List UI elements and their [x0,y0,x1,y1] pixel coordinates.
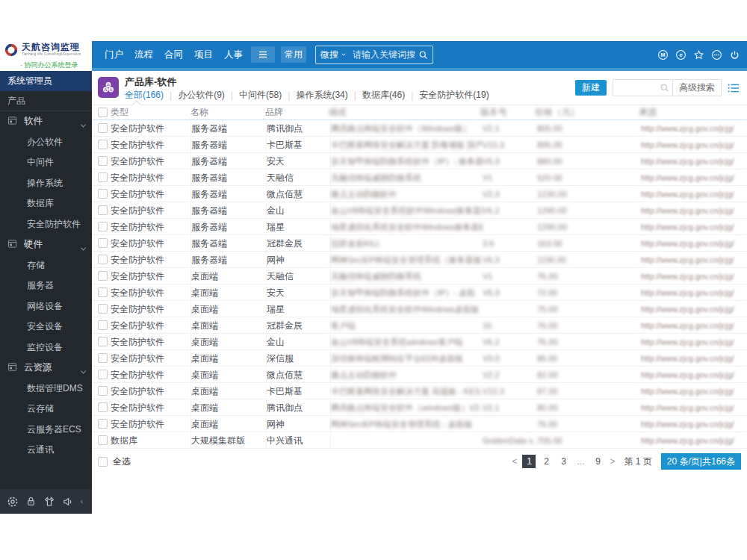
sidebar-group[interactable]: 硬件 [0,234,92,255]
table-row[interactable]: 安全防护软件桌面端安天安天智甲终端防御系统软件（IP）- 桌面V5.372.00… [92,284,747,301]
sidebar-item[interactable]: 云服务器ECS [0,420,92,441]
table-row[interactable]: 安全防护软件桌面端卡巴斯基卡巴斯基网络安全解决方案 高级版 - KES...V1… [92,383,747,399]
nav-menu-button[interactable] [251,46,275,63]
sidebar-item[interactable]: 办公软件 [0,132,92,153]
sidebar-item[interactable]: 安全设备 [0,317,92,337]
search-icon[interactable] [418,50,428,60]
table-row[interactable]: 安全防护软件服务器端安天安天智甲终端防御系统软件（IP）- 服务器V5.3880… [92,153,747,169]
sidebar-group[interactable]: 云资源 [0,358,92,379]
row-checkbox[interactable] [98,123,108,133]
table-row[interactable]: 安全防护软件桌面端微点佰慧微点主动防御软件V2.282.00http://www… [92,367,747,383]
row-checkbox[interactable] [98,287,108,297]
oa-login-link[interactable]: · 协同办公系统登录 [20,60,78,70]
pinned-tab-common[interactable]: 常用 [281,46,306,63]
row-checkbox[interactable] [98,222,108,231]
category-tab[interactable]: 全部(166) [125,89,164,102]
row-checkbox[interactable] [98,156,108,166]
row-checkbox[interactable] [98,337,108,346]
sidebar-item[interactable]: 安全防护软件 [0,214,92,235]
table-row[interactable]: 安全防护软件桌面端网神网神SecIEP终端安全管理系统 - 桌面版76.00ht… [92,416,747,432]
page-button[interactable]: 9 [591,455,604,468]
table-row[interactable]: 安全防护软件服务器端金山金山V8终端安全系统软件Windows服务器版V6.21… [92,202,747,219]
nav-item[interactable]: 项目 [192,46,215,63]
sidebar-item[interactable]: 操作系统 [0,173,92,194]
table-row[interactable]: 安全防护软件服务器端网神网神SecIEP终端安全管理系统（服务器版）V6.311… [92,252,747,268]
table-row[interactable]: 数据库大规模集群版中兴通讯GoldenData s...705.00http:/… [92,432,747,449]
page-button[interactable]: 2 [539,455,553,468]
row-checkbox[interactable] [98,271,108,281]
advanced-search-button[interactable]: 高级搜索 [672,80,721,96]
row-checkbox[interactable] [98,205,108,215]
sidebar-item[interactable]: 存储 [0,255,92,276]
table-row[interactable]: 安全防护软件服务器端瑞星瑞星虚拟化系统安全软件Windows服务器版1290.0… [92,219,747,235]
sidebar-item[interactable]: 云通讯 [0,440,92,461]
table-row[interactable]: 安全防护软件桌面端瑞星瑞星虚拟化系统安全软件Windows桌面版75.00htt… [92,301,747,317]
filter-search-input[interactable] [613,80,660,96]
nav-item[interactable]: 人事 [222,46,245,63]
row-checkbox[interactable] [98,238,108,248]
sidebar-section-product[interactable]: 产品 [0,91,92,111]
category-tab[interactable]: 操作系统(34) [296,89,347,102]
row-checkbox[interactable] [98,370,108,379]
sidebar-group[interactable]: 软件 [0,111,92,132]
select-all[interactable]: 全选 [98,455,131,468]
table-row[interactable]: 安全防护软件桌面端冠群金辰客户端1676.00http://www.zjcg.g… [92,317,747,334]
search-input[interactable]: 请输入关键词搜 [353,49,415,61]
global-search[interactable]: 微搜 请输入关键词搜 [315,46,433,64]
row-checkbox[interactable] [98,255,108,264]
list-view-icon[interactable] [728,83,740,93]
table-row[interactable]: 安全防护软件服务器端冠群金辰冠群金辰KILL3.6163.00http://ww… [92,235,747,252]
category-tab[interactable]: 办公软件(9) [178,89,225,102]
next-page-button[interactable]: > [608,456,616,467]
sidebar-item[interactable]: 云存储 [0,399,92,420]
lock-icon[interactable] [25,496,37,507]
theme-icon[interactable] [43,496,55,508]
row-checkbox[interactable] [98,435,108,445]
row-checkbox[interactable] [98,419,108,429]
collapse-icon[interactable]: ‹ [81,497,83,505]
table-row[interactable]: 安全防护软件桌面端深信服深信服终端检测响应平台EDR桌面版V3.085.00ht… [92,350,747,367]
sidebar-item[interactable]: 中间件 [0,152,92,173]
nav-item[interactable]: 合同 [162,46,185,63]
row-checkbox[interactable] [98,353,108,363]
sidebar-item[interactable]: 数据管理DMS [0,379,92,399]
power-icon[interactable] [729,49,740,60]
per-page-badge[interactable]: 20 条/页|共166条 [661,453,741,470]
new-button[interactable]: 新建 [575,80,607,96]
table-row[interactable]: 安全防护软件服务器端天融信天融信终端威胁防御系统V1520.00http://w… [92,169,747,186]
page-button[interactable]: 3 [557,455,570,468]
table-row[interactable]: 安全防护软件服务器端微点佰慧微点主动防御软件V2.31230.00http://… [92,186,747,202]
table-row[interactable]: 安全防护软件桌面端腾讯御点腾讯御点终端安全软件（windows版）V2.1V2.… [92,399,747,416]
table-row[interactable]: 安全防护软件服务器端卡巴斯基卡巴斯基网络安全解决方案 防毒墙版 国产...V10… [92,137,747,153]
row-checkbox[interactable] [98,402,108,412]
message-circle-icon[interactable]: e [675,49,686,60]
star-icon[interactable] [693,49,704,60]
header-checkbox[interactable] [98,108,108,117]
select-all-checkbox[interactable] [98,457,108,467]
prev-page-button[interactable]: < [510,456,518,467]
row-checkbox[interactable] [98,189,108,199]
row-checkbox[interactable] [98,140,108,149]
more-circle-icon[interactable] [711,49,722,60]
table-row[interactable]: 安全防护软件桌面端天融信天融信终端威胁防御系统V176.00http://www… [92,268,747,284]
volume-icon[interactable] [62,496,74,508]
row-checkbox[interactable] [98,172,108,182]
gear-icon[interactable] [7,496,19,508]
sidebar-item[interactable]: 网络设备 [0,296,92,317]
nav-item[interactable]: 门户 [102,46,125,63]
row-checkbox[interactable] [98,320,108,330]
search-icon[interactable] [660,83,672,93]
category-tab[interactable]: 安全防护软件(19) [419,89,489,102]
table-row[interactable]: 安全防护软件服务器端腾讯御点腾讯御点终端安全软件（Windows版）V2.180… [92,120,747,137]
page-button[interactable]: 1 [522,455,536,468]
sidebar-item[interactable]: 监控设备 [0,337,92,358]
nav-item[interactable]: 流程 [132,46,155,63]
m-circle-icon[interactable]: M [657,49,669,60]
row-checkbox[interactable] [98,304,108,314]
category-tab[interactable]: 中间件(58) [239,89,282,102]
row-checkbox[interactable] [98,386,108,396]
search-scope-selector[interactable]: 微搜 [320,49,338,61]
sidebar-item[interactable]: 数据库 [0,193,92,214]
category-tab[interactable]: 数据库(46) [362,89,405,102]
table-row[interactable]: 安全防护软件桌面端金山金山V8终端安全系统windows客户端V6.276.00… [92,334,747,350]
